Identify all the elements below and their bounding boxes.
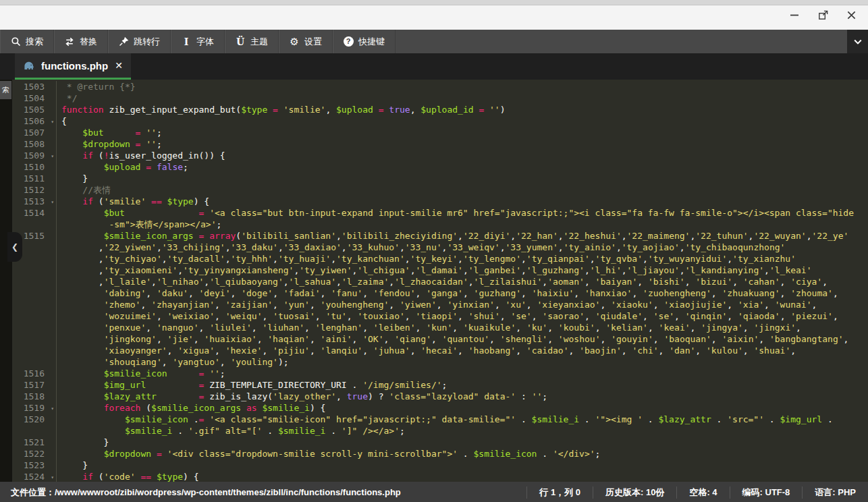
line-number[interactable]: 1504 bbox=[12, 92, 57, 104]
line-number[interactable] bbox=[12, 333, 57, 345]
code-line[interactable]: ,'ty_xiaomieni','ty_yinyangxiansheng','t… bbox=[0, 264, 868, 276]
line-number[interactable]: 1507 bbox=[12, 127, 57, 138]
code-text: $but = '<a class="but btn-input-expand i… bbox=[57, 207, 868, 219]
line-number[interactable] bbox=[12, 219, 57, 230]
code-line[interactable]: 'zhemo', 'zhayanjian', 'zaijian', 'yun',… bbox=[0, 299, 868, 310]
fold-arrow-icon[interactable]: ▾ bbox=[51, 403, 54, 414]
line-number[interactable]: 1509▾ bbox=[12, 150, 57, 161]
line-number[interactable]: 1508 bbox=[12, 138, 57, 150]
panel-collapse-handle[interactable]: ❮ bbox=[7, 232, 22, 262]
code-line[interactable]: 1511 } bbox=[0, 173, 868, 184]
line-number[interactable]: 1512 bbox=[12, 184, 57, 196]
code-line[interactable]: 1523 } bbox=[0, 459, 868, 471]
line-number[interactable]: 1505 bbox=[12, 104, 57, 115]
line-number[interactable]: 1524▾ bbox=[12, 471, 57, 482]
code-line[interactable]: 1510 $upload = false; bbox=[0, 161, 868, 173]
code-text: $smilie_icon_args = array('bilibili_sanl… bbox=[57, 230, 868, 242]
toolbar-button-search[interactable]: 搜索 bbox=[0, 30, 54, 53]
fold-arrow-icon[interactable]: ▾ bbox=[51, 116, 54, 128]
code-editor[interactable]: 索 ❮ 1503 * @return {*}1504 */1505functio… bbox=[0, 80, 868, 482]
file-location: 文件位置：/www/wwwroot/zibi/wordpress/wp-cont… bbox=[0, 486, 526, 499]
fold-arrow-icon[interactable]: ▾ bbox=[51, 150, 54, 162]
toolbar-overflow-button[interactable] bbox=[847, 30, 868, 53]
code-line[interactable]: 1517 $img_url = ZIB_TEMPLATE_DIRECTORY_U… bbox=[0, 379, 868, 391]
code-line[interactable]: 1522 $dropdown = '<div class="dropdown-s… bbox=[0, 448, 868, 459]
code-line[interactable]: 1506▾{ bbox=[0, 115, 868, 127]
line-number[interactable]: 1519▾ bbox=[12, 402, 57, 414]
line-number[interactable]: 1506▾ bbox=[12, 115, 57, 127]
minimize-button[interactable] bbox=[788, 9, 801, 21]
fold-arrow-icon[interactable]: ▾ bbox=[51, 472, 54, 482]
code-line[interactable]: 1512 //表情 bbox=[0, 184, 868, 196]
code-line[interactable]: 1509▾ if (!is_user_logged_in()) { bbox=[0, 150, 868, 161]
code-line[interactable]: 1516 $smilie_icon = ''; bbox=[0, 368, 868, 379]
code-line[interactable]: 1519▾ foreach ($smilie_icon_args as $smi… bbox=[0, 402, 868, 414]
line-number[interactable]: 1518 bbox=[12, 391, 57, 402]
code-line[interactable]: ,'l_laile','l_nihao','l_qiubaoyang','l_s… bbox=[0, 276, 868, 287]
line-number[interactable] bbox=[12, 425, 57, 437]
line-number[interactable]: 1520 bbox=[12, 414, 57, 425]
code-line[interactable]: 1524▾ if ('code' == $type) { bbox=[0, 471, 868, 482]
toolbar-button-shortcuts[interactable]: ? 快捷键 bbox=[333, 30, 396, 53]
toolbar-button-replace[interactable]: 替换 bbox=[54, 30, 108, 53]
code-line[interactable]: 'dabing', 'daku', 'deyi', 'doge', 'fadai… bbox=[0, 287, 868, 299]
code-line[interactable]: 1505function zib_get_input_expand_but($t… bbox=[0, 104, 868, 115]
code-line[interactable]: -sm">表情</span></a>'; bbox=[0, 219, 868, 230]
tab-bar: functions.php ✕ bbox=[0, 53, 868, 80]
code-line[interactable]: 1515 $smilie_icon_args = array('bilibili… bbox=[0, 230, 868, 242]
line-number[interactable] bbox=[12, 276, 57, 287]
line-number[interactable]: 1523 bbox=[12, 459, 57, 471]
code-text: ,'ty_chiyao','ty_dacall','ty_hhh','ty_hu… bbox=[57, 253, 868, 264]
line-number[interactable] bbox=[12, 299, 57, 310]
maximize-button[interactable] bbox=[817, 9, 829, 21]
code-line[interactable]: 1514 $but = '<a class="but btn-input-exp… bbox=[0, 207, 868, 219]
code-line[interactable]: 1521 } bbox=[0, 437, 868, 448]
code-text: ,'ty_xiaomieni','ty_yinyangxiansheng','t… bbox=[57, 264, 868, 276]
toolbar-button-goto-line[interactable]: 跳转行 bbox=[108, 30, 171, 53]
code-line[interactable]: 1508 $dropdown = ''; bbox=[0, 138, 868, 150]
language-mode[interactable]: 语言: PHP bbox=[802, 486, 868, 499]
line-number[interactable]: 1522 bbox=[12, 448, 57, 459]
code-line[interactable]: 1507 $but = ''; bbox=[0, 127, 868, 138]
code-line[interactable]: 'shouqiang', 'yangtuo', 'youling'); bbox=[0, 356, 868, 368]
code-line[interactable]: ,'22_yiwen','33_chijing','33_daku','33_d… bbox=[0, 242, 868, 253]
line-number[interactable] bbox=[12, 322, 57, 333]
line-number[interactable] bbox=[12, 345, 57, 356]
code-line[interactable]: 1518 $lazy_attr = zib_is_lazy('lazy_othe… bbox=[0, 391, 868, 402]
line-number[interactable]: 1513▾ bbox=[12, 196, 57, 207]
code-line[interactable]: 1520 $smilie_icon .= '<a class="smilie-i… bbox=[0, 414, 868, 425]
close-button[interactable] bbox=[845, 9, 857, 21]
code-line[interactable]: 1513▾ if ('smilie' == $type) { bbox=[0, 196, 868, 207]
toolbar-button-label: 替换 bbox=[80, 36, 97, 48]
toolbar-button-theme[interactable]: Ü 主题 bbox=[225, 30, 279, 53]
line-number[interactable]: 1521 bbox=[12, 437, 57, 448]
code-line[interactable]: 'xiaoyanger', 'xigua', 'hexie', 'pijiu',… bbox=[0, 345, 868, 356]
toolbar-button-settings[interactable]: ⚙ 设置 bbox=[279, 30, 333, 53]
line-number[interactable]: 1517 bbox=[12, 379, 57, 391]
code-line[interactable]: 'wozuimei', 'weixiao', 'weiqu', 'tuosai'… bbox=[0, 310, 868, 322]
code-line[interactable]: $smilie_i . '.gif" alt="[' . $smilie_i .… bbox=[0, 425, 868, 437]
line-number[interactable]: 1514 bbox=[12, 207, 57, 219]
line-number[interactable]: 1503 bbox=[12, 81, 57, 92]
line-number[interactable] bbox=[12, 287, 57, 299]
code-line[interactable]: ,'ty_chiyao','ty_dacall','ty_hhh','ty_hu… bbox=[0, 253, 868, 264]
tab-close-icon[interactable]: ✕ bbox=[115, 60, 123, 71]
fold-arrow-icon[interactable]: ▾ bbox=[51, 196, 54, 208]
line-number[interactable]: 1510 bbox=[12, 161, 57, 173]
code-line[interactable]: 1503 * @return {*} bbox=[0, 81, 868, 92]
line-number[interactable]: 1516 bbox=[12, 368, 57, 379]
line-number[interactable] bbox=[12, 356, 57, 368]
tab-functions-php[interactable]: functions.php ✕ bbox=[15, 53, 131, 80]
line-number[interactable] bbox=[12, 310, 57, 322]
toolbar-button-font[interactable]: I 字体 bbox=[171, 30, 225, 53]
indent-spaces[interactable]: 空格: 4 bbox=[676, 486, 729, 499]
encoding[interactable]: 编码: UTF-8 bbox=[730, 486, 803, 499]
toolbar-button-label: 字体 bbox=[196, 36, 214, 48]
line-number[interactable]: 1511 bbox=[12, 173, 57, 184]
search-panel-peek-tab[interactable]: 索 bbox=[0, 81, 11, 99]
code-line[interactable]: 1504 */ bbox=[0, 92, 868, 104]
code-line[interactable]: 'jingkong', 'jie', 'huaixiao', 'haqian',… bbox=[0, 333, 868, 345]
code-line[interactable]: 'penxue', 'nanguo', 'liulei', 'liuhan', … bbox=[0, 322, 868, 333]
history-versions[interactable]: 历史版本: 10份 bbox=[593, 486, 676, 499]
line-number[interactable] bbox=[12, 264, 57, 276]
